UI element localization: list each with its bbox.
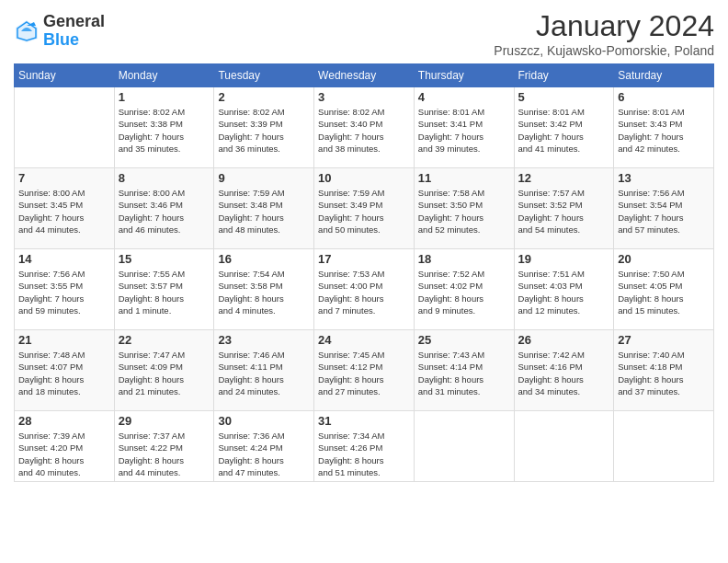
day-info-line: Sunrise: 7:59 AM xyxy=(218,187,310,199)
day-info-line: and 47 minutes. xyxy=(218,466,310,478)
calendar-cell: 6Sunrise: 8:01 AMSunset: 3:43 PMDaylight… xyxy=(614,87,714,168)
day-info-line: Sunset: 3:48 PM xyxy=(218,199,310,211)
day-info-line: Daylight: 8 hours xyxy=(318,454,410,466)
day-info-line: Sunrise: 7:58 AM xyxy=(418,187,510,199)
day-info-line: Sunset: 4:05 PM xyxy=(618,280,710,292)
day-number: 25 xyxy=(418,333,510,347)
calendar-cell: 29Sunrise: 7:37 AMSunset: 4:22 PMDayligh… xyxy=(114,411,214,482)
calendar-cell: 28Sunrise: 7:39 AMSunset: 4:20 PMDayligh… xyxy=(15,411,115,482)
day-info-line: Sunrise: 7:55 AM xyxy=(119,268,210,280)
day-info-line: Sunset: 3:58 PM xyxy=(218,280,310,292)
day-info-line: Daylight: 7 hours xyxy=(618,212,710,224)
logo-general-text: General xyxy=(43,12,105,30)
logo: General Blue xyxy=(14,13,105,50)
day-info-line: Sunrise: 8:00 AM xyxy=(18,187,110,199)
day-info-line: Daylight: 7 hours xyxy=(518,131,610,143)
calendar-cell: 7Sunrise: 8:00 AMSunset: 3:45 PMDaylight… xyxy=(15,168,115,249)
day-info-line: and 31 minutes. xyxy=(418,385,510,397)
day-info-line: Sunset: 3:52 PM xyxy=(518,199,610,211)
day-info-line: Sunrise: 8:00 AM xyxy=(119,187,210,199)
day-info-line: and 36 minutes. xyxy=(218,143,310,155)
day-number: 6 xyxy=(618,90,710,104)
day-number: 8 xyxy=(119,171,210,185)
day-info-line: and 48 minutes. xyxy=(218,224,310,236)
day-info-line: Daylight: 8 hours xyxy=(18,373,110,385)
day-info-line: Sunrise: 7:51 AM xyxy=(518,268,610,280)
day-number: 29 xyxy=(119,414,210,428)
weekday-header-thursday: Thursday xyxy=(414,64,514,87)
day-info-line: Daylight: 8 hours xyxy=(618,293,710,304)
day-info-line: Sunrise: 8:01 AM xyxy=(618,106,710,118)
logo-icon xyxy=(14,18,40,44)
day-info-line: Sunset: 3:57 PM xyxy=(119,280,210,292)
day-info-line: Daylight: 7 hours xyxy=(618,131,710,143)
calendar-cell: 14Sunrise: 7:56 AMSunset: 3:55 PMDayligh… xyxy=(15,249,115,330)
day-info-line: Sunrise: 7:59 AM xyxy=(318,187,410,199)
week-row-4: 21Sunrise: 7:48 AMSunset: 4:07 PMDayligh… xyxy=(15,330,714,411)
calendar-cell: 30Sunrise: 7:36 AMSunset: 4:24 PMDayligh… xyxy=(214,411,314,482)
calendar-cell: 9Sunrise: 7:59 AMSunset: 3:48 PMDaylight… xyxy=(214,168,314,249)
day-number: 21 xyxy=(18,333,110,347)
day-info-line: and 15 minutes. xyxy=(618,304,710,316)
day-number: 22 xyxy=(119,333,210,347)
weekday-header-monday: Monday xyxy=(114,64,214,87)
weekday-header-friday: Friday xyxy=(514,64,614,87)
day-info-line: Sunset: 4:18 PM xyxy=(618,361,710,373)
calendar-cell xyxy=(414,411,514,482)
day-info-line: Daylight: 7 hours xyxy=(18,293,110,304)
day-number: 23 xyxy=(218,333,310,347)
calendar-cell: 25Sunrise: 7:43 AMSunset: 4:14 PMDayligh… xyxy=(414,330,514,411)
day-info-line: Daylight: 7 hours xyxy=(518,212,610,224)
day-number: 17 xyxy=(318,252,410,266)
day-info-line: Daylight: 7 hours xyxy=(418,131,510,143)
day-info-line: and 21 minutes. xyxy=(119,385,210,397)
day-info-line: Sunrise: 8:02 AM xyxy=(119,106,210,118)
day-info-line: Sunrise: 7:50 AM xyxy=(618,268,710,280)
day-info-line: Sunrise: 7:57 AM xyxy=(518,187,610,199)
day-info-line: Daylight: 8 hours xyxy=(119,454,210,466)
calendar-cell: 20Sunrise: 7:50 AMSunset: 4:05 PMDayligh… xyxy=(614,249,714,330)
week-row-3: 14Sunrise: 7:56 AMSunset: 3:55 PMDayligh… xyxy=(15,249,714,330)
day-info-line: Sunrise: 7:39 AM xyxy=(18,430,110,442)
day-info-line: Sunset: 4:12 PM xyxy=(318,361,410,373)
calendar-cell: 17Sunrise: 7:53 AMSunset: 4:00 PMDayligh… xyxy=(314,249,415,330)
day-number: 5 xyxy=(518,90,610,104)
day-info-line: and 34 minutes. xyxy=(518,385,610,397)
day-info-line: and 57 minutes. xyxy=(618,224,710,236)
day-info-line: Sunset: 3:54 PM xyxy=(618,199,710,211)
day-info-line: Sunrise: 7:45 AM xyxy=(318,349,410,361)
day-info-line: and 42 minutes. xyxy=(618,143,710,155)
day-info-line: and 46 minutes. xyxy=(119,224,210,236)
day-info-line: Sunset: 3:55 PM xyxy=(18,280,110,292)
day-info-line: Daylight: 7 hours xyxy=(218,212,310,224)
day-info-line: Daylight: 7 hours xyxy=(119,212,210,224)
day-info-line: and 24 minutes. xyxy=(218,385,310,397)
calendar-cell xyxy=(15,87,115,168)
day-info-line: Daylight: 8 hours xyxy=(418,373,510,385)
day-number: 30 xyxy=(218,414,310,428)
calendar-cell: 24Sunrise: 7:45 AMSunset: 4:12 PMDayligh… xyxy=(314,330,415,411)
day-info-line: Sunset: 3:45 PM xyxy=(18,199,110,211)
day-info-line: Sunset: 4:26 PM xyxy=(318,442,410,454)
day-info-line: Daylight: 8 hours xyxy=(518,293,610,304)
weekday-header-sunday: Sunday xyxy=(15,64,115,87)
month-title: January 2024 xyxy=(494,9,714,43)
day-info-line: Daylight: 8 hours xyxy=(618,373,710,385)
day-info-line: Daylight: 8 hours xyxy=(418,293,510,304)
day-number: 28 xyxy=(18,414,110,428)
calendar-cell: 1Sunrise: 8:02 AMSunset: 3:38 PMDaylight… xyxy=(114,87,214,168)
day-info-line: Sunrise: 7:47 AM xyxy=(119,349,210,361)
day-info-line: Sunset: 3:38 PM xyxy=(119,118,210,130)
week-row-1: 1Sunrise: 8:02 AMSunset: 3:38 PMDaylight… xyxy=(15,87,714,168)
calendar-cell: 2Sunrise: 8:02 AMSunset: 3:39 PMDaylight… xyxy=(214,87,314,168)
day-info-line: Sunrise: 8:01 AM xyxy=(518,106,610,118)
day-info-line: and 37 minutes. xyxy=(618,385,710,397)
day-number: 27 xyxy=(618,333,710,347)
day-info-line: Sunrise: 8:02 AM xyxy=(318,106,410,118)
day-info-line: Daylight: 8 hours xyxy=(218,373,310,385)
day-info-line: and 44 minutes. xyxy=(119,466,210,478)
day-number: 4 xyxy=(418,90,510,104)
day-info-line: Sunset: 4:02 PM xyxy=(418,280,510,292)
calendar-cell: 11Sunrise: 7:58 AMSunset: 3:50 PMDayligh… xyxy=(414,168,514,249)
calendar-cell: 18Sunrise: 7:52 AMSunset: 4:02 PMDayligh… xyxy=(414,249,514,330)
